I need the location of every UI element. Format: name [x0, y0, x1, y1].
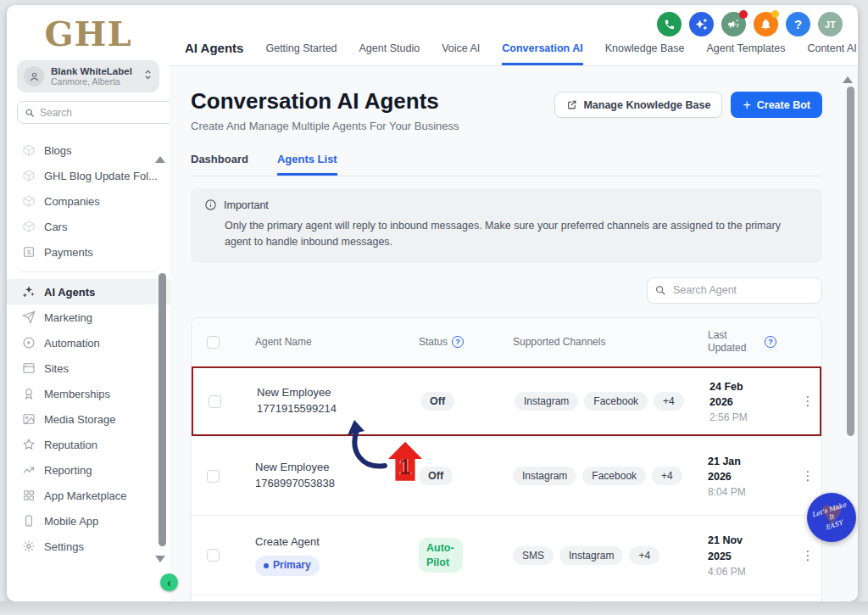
tab-getting-started[interactable]: Getting Started: [265, 42, 337, 65]
row-checkbox[interactable]: [209, 395, 221, 408]
manage-knowledge-base-button[interactable]: Manage Knowledge Base: [554, 92, 722, 118]
chevron-updown-icon: [143, 69, 153, 84]
sidebar-item-mobile-app[interactable]: Mobile App: [7, 508, 170, 534]
last-updated-time: 4:06 PM: [708, 566, 794, 578]
sidebar-item-marketing[interactable]: Marketing: [7, 305, 170, 330]
tab-content-ai[interactable]: Content AI: [807, 42, 856, 65]
tab-agent-templates[interactable]: Agent Templates: [707, 42, 786, 65]
sites-icon: [22, 361, 36, 375]
create-bot-button[interactable]: + Create Bot: [731, 92, 822, 118]
announcements-button[interactable]: [721, 12, 746, 36]
last-updated-time: 2:56 PM: [709, 411, 796, 423]
location-switcher[interactable]: Blank WhiteLabel Canmore, Alberta: [17, 60, 159, 92]
important-notice: Important Only the primary agent will re…: [191, 188, 822, 263]
last-updated-time: 8:04 PM: [708, 486, 794, 498]
agent-name: New Employee: [255, 460, 412, 476]
table-row[interactable]: New Employee 1768997053838 Off Instagram…: [192, 436, 821, 515]
row-checkbox[interactable]: [207, 549, 220, 562]
sidebar-scrollbar-thumb[interactable]: [159, 273, 166, 546]
sidebar-item-reporting[interactable]: Reporting: [7, 457, 170, 483]
app-window: GHL Blank WhiteLabel Canmore, Alberta ct…: [7, 5, 858, 601]
agents-tabs: Dashboard Agents List: [191, 153, 822, 176]
marketing-icon: [22, 310, 36, 324]
account-avatar-icon: [24, 66, 44, 87]
channel-more-badge[interactable]: +4: [654, 392, 684, 411]
row-checkbox[interactable]: [207, 470, 220, 483]
automation-icon: [22, 336, 36, 349]
sidebar-item-memberships[interactable]: Memberships: [7, 381, 170, 406]
table-row[interactable]: SMS 15 Oct: [192, 595, 821, 601]
tab-agent-studio[interactable]: Agent Studio: [359, 42, 420, 65]
agent-search-input[interactable]: [647, 277, 822, 304]
help-button[interactable]: ?: [786, 12, 810, 36]
status-help-icon[interactable]: ?: [452, 336, 464, 348]
sidebar-scroll-up-arrow[interactable]: [155, 156, 165, 163]
sidebar-item-reputation[interactable]: Reputation: [7, 432, 170, 457]
plus-icon: +: [743, 98, 750, 113]
sidebar-item-ai-agents[interactable]: AI Agents: [7, 279, 170, 305]
notification-dot: [739, 10, 748, 19]
tab-agents-list[interactable]: Agents List: [277, 153, 337, 176]
settings-icon: [22, 540, 36, 553]
sidebar-item-automation[interactable]: Automation: [7, 330, 170, 355]
ai-agents-icon: [22, 285, 36, 299]
lets-make-it-easy-badge[interactable]: ♥ Let's Make It EASY: [807, 493, 856, 542]
menu-divider: [20, 271, 156, 272]
status-badge: Off: [419, 467, 453, 485]
last-updated-date: 24 Feb 2026: [709, 379, 762, 410]
status-badge: Off: [420, 392, 454, 411]
channel-more-badge[interactable]: +4: [629, 546, 659, 565]
main-scroll-up-arrow[interactable]: [843, 76, 853, 83]
kebab-menu-icon[interactable]: ⋮: [802, 548, 815, 562]
sidebar-item-blogs[interactable]: Blogs: [7, 137, 170, 163]
main-scrollbar-thumb[interactable]: [847, 87, 854, 436]
tab-dashboard[interactable]: Dashboard: [191, 153, 248, 176]
sidebar-item-companies[interactable]: Companies: [7, 188, 170, 214]
primary-badge: Primary: [255, 556, 320, 575]
tab-knowledge-base[interactable]: Knowledge Base: [605, 42, 685, 65]
info-icon: [204, 198, 217, 211]
media-storage-icon: [22, 412, 36, 426]
cube-icon: [22, 194, 36, 208]
sidebar-item-payments[interactable]: $ Payments: [7, 239, 170, 265]
account-location: Canmore, Alberta: [51, 76, 136, 87]
mobile-app-icon: [22, 514, 36, 528]
dot-icon: [264, 563, 269, 568]
table-row[interactable]: New Employee 1771915599214 Off Instagram…: [192, 366, 821, 436]
last-updated-help-icon[interactable]: ?: [765, 336, 776, 348]
agent-search: [647, 277, 822, 304]
tab-voice-ai[interactable]: Voice AI: [442, 42, 480, 65]
notification-badge: [771, 10, 779, 18]
sidebar-item-media-storage[interactable]: Media Storage: [7, 406, 170, 432]
payments-icon: $: [22, 245, 36, 259]
user-avatar[interactable]: JT: [818, 12, 843, 36]
channel-badge: Instagram: [559, 546, 623, 565]
select-all-checkbox[interactable]: [207, 336, 220, 349]
last-updated-date: 21 Nov 2025: [708, 533, 760, 563]
sidebar-item-app-marketplace[interactable]: App Marketplace: [7, 483, 170, 508]
sidebar-item-sites[interactable]: Sites: [7, 355, 170, 381]
ai-assistant-button[interactable]: [689, 12, 714, 36]
notice-title: Important: [224, 199, 269, 211]
cube-icon: [22, 220, 36, 233]
sidebar-item-settings[interactable]: Settings: [7, 534, 170, 559]
kebab-menu-icon[interactable]: ⋮: [802, 394, 815, 408]
sidebar-item-ghl-blog-update[interactable]: GHL Blog Update Fol...: [7, 163, 170, 188]
tab-conversation-ai[interactable]: Conversation AI: [502, 42, 582, 65]
easy-badge-text: Let's Make It EASY: [811, 500, 853, 534]
phone-icon: [664, 19, 676, 31]
channel-more-badge[interactable]: +4: [652, 467, 682, 485]
sidebar-item-cars[interactable]: Cars: [7, 214, 170, 239]
sidebar-collapse-button[interactable]: ‹: [160, 573, 178, 591]
phone-button[interactable]: [657, 12, 682, 36]
notifications-button[interactable]: [754, 12, 778, 36]
search-icon: [25, 108, 35, 118]
window-shadow: [0, 601, 868, 615]
kebab-menu-icon[interactable]: ⋮: [802, 468, 815, 483]
nav-section-title: AI Agents: [185, 41, 243, 65]
last-updated-date: 21 Jan 2026: [708, 454, 760, 484]
table-row[interactable]: Create Agent Primary Auto-Pilot SMS Inst…: [192, 515, 821, 594]
sidebar-scroll-down-arrow[interactable]: [155, 556, 165, 562]
page-title: Conversation AI Agents: [191, 88, 459, 115]
search-input[interactable]: [40, 107, 171, 119]
